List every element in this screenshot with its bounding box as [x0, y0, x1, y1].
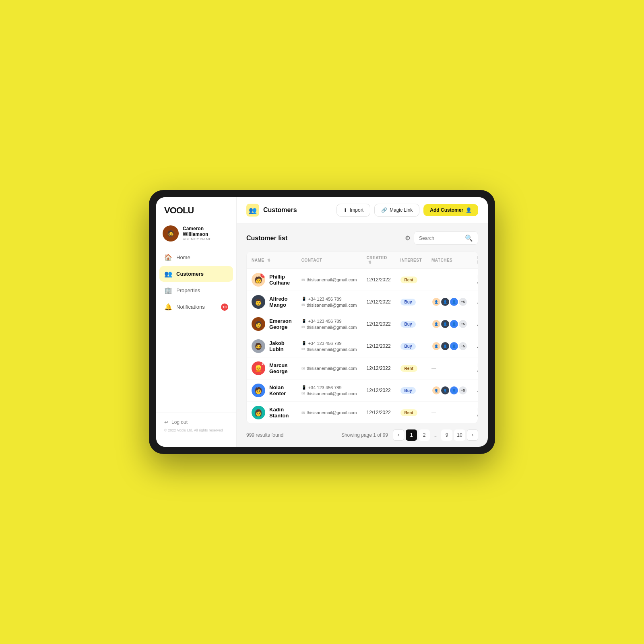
contact-cell: 📱+34 123 456 789✉thisisanemail@gmail.com	[297, 313, 362, 335]
table-row[interactable]: 🧑 Nolan Kenter 📱+34 123 456 789✉thisisan…	[247, 380, 478, 402]
movein-cell: ASAP	[473, 335, 478, 357]
user-section: 🧔 Cameron Williamson Agency Name	[156, 225, 236, 250]
no-matches: —	[431, 277, 436, 283]
customer-name: Nolan Kenter	[269, 384, 292, 396]
movein-cell: No date	[473, 357, 478, 380]
logout-icon: ↩	[164, 419, 168, 425]
import-icon: ⬆	[343, 207, 347, 213]
table-row[interactable]: 👨 Alfredo Mango 📱+34 123 456 789✉thisisa…	[247, 291, 478, 313]
match-avatar: 👤	[449, 297, 459, 307]
logout-button[interactable]: ↩ Log out	[164, 419, 228, 425]
sidebar-item-home[interactable]: 🏠 Home	[159, 250, 233, 265]
table-row[interactable]: 👱 10 Marcus George ✉thisisanemail@gmail.…	[247, 357, 478, 380]
customer-avatar: 🧑	[252, 384, 265, 397]
sidebar-item-label: Properties	[176, 287, 200, 293]
col-contact: CONTACT	[297, 252, 362, 269]
screen: VOOLU 🧔 Cameron Williamson Agency Name 🏠…	[156, 197, 488, 447]
page-10-button[interactable]: 10	[454, 429, 465, 441]
user-role: Agency Name	[183, 237, 230, 241]
logout-label: Log out	[171, 419, 188, 425]
customer-email: thisisanemail@gmail.com	[307, 391, 357, 396]
matches-cell: 👤👤👤+5	[431, 297, 468, 307]
search-input[interactable]	[419, 235, 462, 241]
interest-badge: Buy	[400, 387, 416, 394]
top-bar-actions: ⬆ Import 🔗 Magic Link Add Customer 👤	[336, 204, 478, 217]
customer-email: thisisanemail@gmail.com	[307, 325, 357, 330]
interest-badge: Rent	[400, 277, 417, 283]
contact-cell: 📱+34 123 456 789✉thisisanemail@gmail.com	[297, 335, 362, 357]
table-row[interactable]: 🧑 3 Phillip Culhane ✉thisisanemail@gmail…	[247, 269, 478, 291]
customer-email: thisisanemail@gmail.com	[307, 410, 357, 415]
customer-avatar: 👨	[252, 295, 265, 309]
email-icon: ✉	[301, 347, 305, 351]
col-matches: MATCHES	[427, 252, 473, 269]
email-icon: ✉	[301, 411, 305, 415]
customer-name: Phillip Culhane	[269, 274, 292, 286]
movein-cell: ASAP	[473, 291, 478, 313]
match-avatar: 👤	[449, 319, 459, 329]
table-row[interactable]: 🧔 Jakob Lubin 📱+34 123 456 789✉thisisane…	[247, 335, 478, 357]
content-area: Customer list ⚙ 🔍	[237, 223, 488, 447]
prev-page-button[interactable]: ‹	[393, 429, 404, 441]
interest-badge: Rent	[400, 365, 417, 372]
match-avatar: 👤	[431, 341, 441, 351]
customer-avatar: 👱 10	[252, 361, 265, 375]
created-cell: 12/12/2022	[362, 380, 396, 402]
interest-badge: Buy	[400, 321, 416, 328]
match-more: +5	[458, 341, 468, 351]
customer-email: thisisanemail@gmail.com	[307, 366, 357, 371]
next-page-button[interactable]: ›	[467, 429, 478, 441]
list-header: Customer list ⚙ 🔍	[246, 231, 478, 245]
interest-cell: Rent	[396, 402, 427, 424]
table-footer: 999 results found Showing page 1 of 99 ‹…	[246, 424, 478, 441]
col-movein: MOVE IN ⇅	[473, 252, 478, 269]
interest-cell: Rent	[396, 269, 427, 291]
created-cell: 12/12/2022	[362, 402, 396, 424]
sidebar-item-notifications[interactable]: 🔔 Notifications 10	[159, 299, 233, 315]
page-1-button[interactable]: 1	[406, 429, 417, 441]
col-name: NAME ⇅	[247, 252, 297, 269]
sidebar-item-properties[interactable]: 🏢 Properties	[159, 283, 233, 298]
page-9-button[interactable]: 9	[441, 429, 452, 441]
customer-phone: +34 123 456 789	[308, 385, 342, 390]
table-row[interactable]: 👩 Kadin Stanton ✉thisisanemail@gmail.com…	[247, 402, 478, 424]
sidebar-item-label: Notifications	[176, 304, 205, 310]
phone-icon: 📱	[301, 385, 306, 390]
avatar-notification-badge: 10	[260, 361, 265, 366]
table-row[interactable]: 👩 Emerson George 📱+34 123 456 789✉thisis…	[247, 313, 478, 335]
magic-link-button[interactable]: 🔗 Magic Link	[374, 204, 419, 217]
movein-cell: ASAP	[473, 380, 478, 402]
no-matches: —	[431, 365, 436, 371]
sidebar-item-customers[interactable]: 👥 Customers	[159, 266, 233, 282]
matches-cell-wrap: —	[427, 402, 473, 424]
page-title: Customers	[263, 206, 297, 214]
interest-cell: Rent	[396, 357, 427, 380]
customer-name: Alfredo Mango	[269, 296, 292, 308]
name-cell: 👨 Alfredo Mango	[247, 291, 297, 313]
add-customer-button[interactable]: Add Customer 👤	[423, 204, 478, 216]
import-button[interactable]: ⬆ Import	[336, 204, 370, 217]
results-count: 999 results found	[246, 432, 283, 438]
customer-phone: +34 123 456 789	[308, 319, 342, 324]
filter-button[interactable]: ⚙	[405, 234, 411, 242]
phone-icon: 📱	[301, 297, 306, 301]
name-cell: 🧑 Nolan Kenter	[247, 380, 297, 402]
page-title-area: 👥 Customers	[246, 204, 297, 217]
customer-name: Kadin Stanton	[269, 407, 292, 419]
email-icon: ✉	[301, 391, 305, 396]
customer-name: Marcus George	[269, 362, 292, 374]
interest-cell: Buy	[396, 313, 427, 335]
table-header-row: NAME ⇅ CONTACT CREATED ⇅ INTEREST MATCHE…	[247, 252, 478, 269]
sidebar: VOOLU 🧔 Cameron Williamson Agency Name 🏠…	[156, 197, 237, 447]
page-2-button[interactable]: 2	[419, 429, 430, 441]
matches-cell-wrap: —	[427, 357, 473, 380]
match-avatar: 👤	[440, 341, 450, 351]
properties-icon: 🏢	[164, 287, 172, 294]
nav-items: 🏠 Home 👥 Customers 🏢 Properties 🔔 Notifi…	[156, 250, 236, 413]
created-cell: 12/12/2022	[362, 335, 396, 357]
sidebar-item-label: Home	[176, 254, 190, 260]
device-frame: VOOLU 🧔 Cameron Williamson Agency Name 🏠…	[149, 190, 495, 454]
col-created: CREATED ⇅	[362, 252, 396, 269]
match-avatar: 👤	[440, 386, 450, 395]
created-cell: 12/12/2022	[362, 313, 396, 335]
